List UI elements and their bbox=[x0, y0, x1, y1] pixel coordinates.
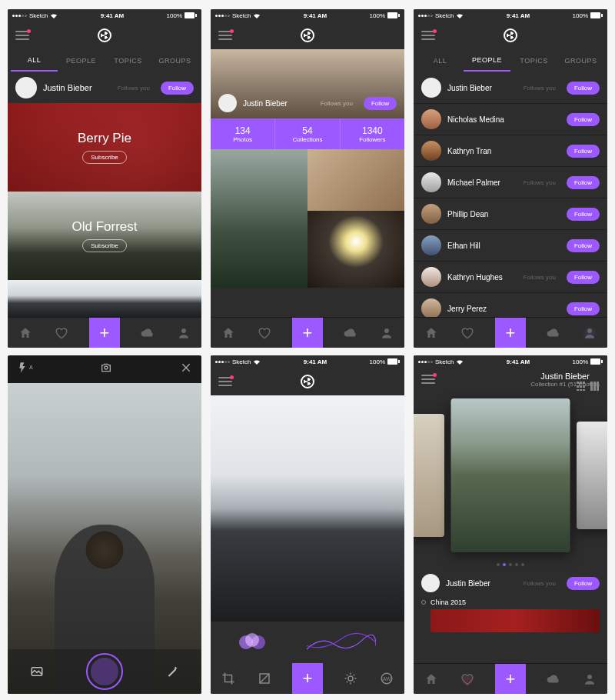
profile-icon[interactable] bbox=[582, 672, 597, 687]
close-icon[interactable] bbox=[180, 362, 192, 377]
follow-button[interactable]: Follow bbox=[161, 82, 194, 95]
card-building[interactable] bbox=[8, 280, 201, 317]
cloud-icon[interactable] bbox=[546, 325, 561, 341]
follow-button[interactable]: Follow bbox=[364, 97, 397, 110]
avatar[interactable] bbox=[421, 298, 441, 317]
curves-graph[interactable] bbox=[307, 631, 376, 654]
grid-photo[interactable] bbox=[308, 211, 404, 288]
avatar[interactable] bbox=[421, 267, 441, 287]
timeline-photo[interactable] bbox=[430, 609, 600, 632]
stat-followers[interactable]: 1340Followers bbox=[341, 118, 404, 149]
carousel-card[interactable] bbox=[577, 422, 607, 529]
auto-wb-icon[interactable]: AW bbox=[379, 671, 394, 686]
logo-icon[interactable] bbox=[504, 28, 517, 42]
avatar[interactable] bbox=[421, 109, 441, 129]
avatar[interactable] bbox=[421, 78, 441, 98]
follow-button[interactable]: Follow bbox=[567, 82, 600, 95]
grid-photo[interactable] bbox=[211, 149, 308, 288]
follow-button[interactable]: Follow bbox=[567, 176, 600, 189]
menu-icon[interactable] bbox=[218, 31, 232, 40]
logo-icon[interactable] bbox=[301, 28, 314, 42]
profile-icon[interactable] bbox=[176, 325, 191, 341]
user-row[interactable]: Justin Bieber Follows you Follow bbox=[211, 91, 404, 115]
heart-icon[interactable] bbox=[257, 325, 272, 341]
user-row[interactable]: Justin Bieber Follows you Follow bbox=[414, 569, 607, 597]
flash-icon[interactable]: A bbox=[17, 362, 33, 377]
crop-icon[interactable] bbox=[221, 671, 236, 686]
grid-photo[interactable] bbox=[308, 149, 404, 211]
exposure-icon[interactable] bbox=[257, 671, 272, 686]
person-row[interactable]: Michael Palmer Follows you Follow bbox=[414, 167, 607, 198]
menu-icon[interactable] bbox=[218, 377, 232, 386]
avatar[interactable] bbox=[421, 235, 441, 255]
add-button[interactable]: + bbox=[292, 663, 323, 694]
person-row[interactable]: Justin Bieber Follows you Follow bbox=[414, 72, 607, 104]
profile-icon[interactable] bbox=[379, 325, 394, 341]
switch-camera-icon[interactable] bbox=[100, 362, 112, 377]
menu-icon[interactable] bbox=[421, 31, 435, 40]
subscribe-button[interactable]: Subscribe bbox=[82, 151, 127, 164]
heart-icon[interactable] bbox=[54, 325, 69, 341]
follow-button[interactable]: Follow bbox=[567, 577, 600, 590]
tab-all[interactable]: ALL bbox=[11, 50, 58, 72]
color-filter-icon[interactable] bbox=[239, 633, 265, 652]
follow-button[interactable]: Follow bbox=[567, 271, 600, 284]
avatar[interactable] bbox=[218, 94, 237, 112]
person-row[interactable]: Jerry Perez Follow bbox=[414, 293, 607, 317]
carousel[interactable] bbox=[414, 391, 607, 560]
carousel-card[interactable] bbox=[414, 414, 444, 537]
carousel-card-active[interactable] bbox=[451, 398, 570, 552]
cloud-icon[interactable] bbox=[343, 325, 358, 341]
home-icon[interactable] bbox=[221, 325, 236, 341]
tab-people[interactable]: PEOPLE bbox=[58, 51, 105, 71]
tab-topics[interactable]: TOPICS bbox=[105, 51, 151, 71]
logo-icon[interactable] bbox=[98, 28, 111, 42]
add-button[interactable]: + bbox=[292, 318, 323, 348]
home-icon[interactable] bbox=[18, 325, 33, 341]
home-icon[interactable] bbox=[424, 325, 439, 341]
menu-icon[interactable] bbox=[421, 375, 435, 384]
follow-button[interactable]: Follow bbox=[567, 208, 600, 221]
logo-icon[interactable] bbox=[301, 375, 314, 388]
add-button[interactable]: + bbox=[495, 318, 526, 348]
card-berry[interactable]: Berry Pie Subscribe bbox=[8, 103, 201, 192]
card-forest[interactable]: Old Forrest Subscribe bbox=[8, 192, 201, 280]
person-row[interactable]: Phillip Dean Follow bbox=[414, 198, 607, 230]
menu-icon[interactable] bbox=[15, 31, 29, 40]
follow-button[interactable]: Follow bbox=[567, 113, 600, 126]
follow-button[interactable]: Follow bbox=[567, 302, 600, 315]
avatar[interactable] bbox=[15, 77, 37, 98]
tab-people[interactable]: PEOPLE bbox=[464, 50, 510, 72]
avatar[interactable] bbox=[421, 141, 441, 161]
brightness-icon[interactable] bbox=[343, 671, 358, 686]
tab-all[interactable]: ALL bbox=[417, 51, 464, 71]
avatar[interactable] bbox=[421, 574, 440, 592]
editor-photo[interactable] bbox=[211, 395, 404, 622]
avatar[interactable] bbox=[421, 204, 441, 224]
cloud-icon[interactable] bbox=[140, 325, 155, 341]
user-row[interactable]: Justin Bieber Follows you Follow bbox=[8, 72, 201, 103]
person-row[interactable]: Ethan Hill Follow bbox=[414, 230, 607, 262]
tab-topics[interactable]: TOPICS bbox=[510, 51, 557, 71]
home-icon[interactable] bbox=[424, 672, 439, 687]
person-row[interactable]: Kathryn Hughes Follows you Follow bbox=[414, 262, 607, 293]
profile-icon[interactable] bbox=[582, 325, 597, 341]
stat-photos[interactable]: 134Photos bbox=[211, 118, 275, 149]
person-row[interactable]: Kathryn Tran Follow bbox=[414, 135, 607, 167]
shutter-button[interactable] bbox=[86, 653, 123, 690]
heart-icon[interactable] bbox=[460, 325, 475, 341]
tab-groups[interactable]: GROUPS bbox=[557, 51, 604, 71]
magic-icon[interactable] bbox=[163, 662, 181, 681]
follow-button[interactable]: Follow bbox=[567, 145, 600, 158]
tab-groups[interactable]: GROUPS bbox=[151, 51, 198, 71]
subscribe-button[interactable]: Subscribe bbox=[82, 239, 127, 252]
add-button[interactable]: + bbox=[89, 318, 120, 348]
timeline-item[interactable]: China 2015 bbox=[414, 597, 607, 608]
stat-collections[interactable]: 54Collections bbox=[275, 118, 340, 149]
gallery-icon[interactable] bbox=[28, 662, 46, 681]
follow-button[interactable]: Follow bbox=[567, 239, 600, 252]
person-row[interactable]: Nicholas Medina Follow bbox=[414, 104, 607, 135]
heart-icon[interactable] bbox=[460, 672, 475, 687]
cloud-icon[interactable] bbox=[546, 672, 561, 687]
avatar[interactable] bbox=[421, 172, 441, 192]
